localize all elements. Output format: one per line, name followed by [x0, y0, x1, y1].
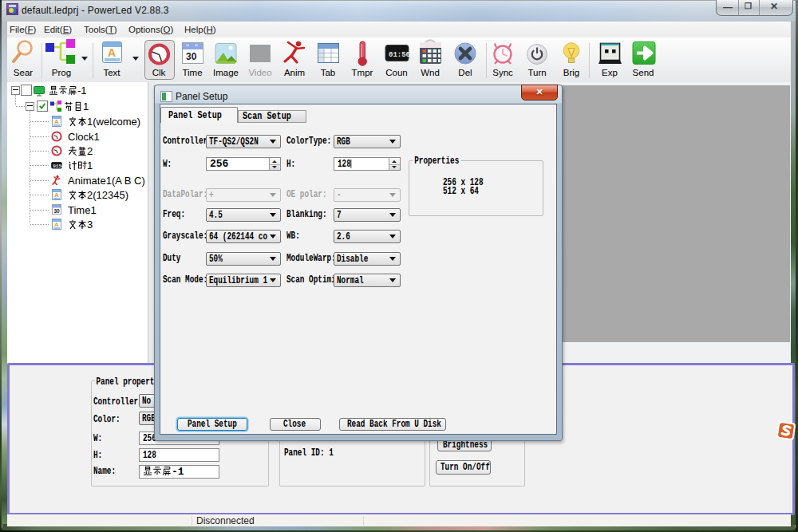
svg-text:A: A	[108, 46, 116, 59]
svg-text:A: A	[54, 191, 59, 199]
svg-text:30: 30	[186, 51, 197, 62]
svg-text:A: A	[54, 221, 59, 228]
svg-text:30: 30	[53, 208, 60, 214]
svg-text:0156: 0156	[53, 164, 62, 169]
svg-text:A: A	[54, 118, 59, 125]
svg-text:01:56: 01:56	[389, 51, 410, 59]
